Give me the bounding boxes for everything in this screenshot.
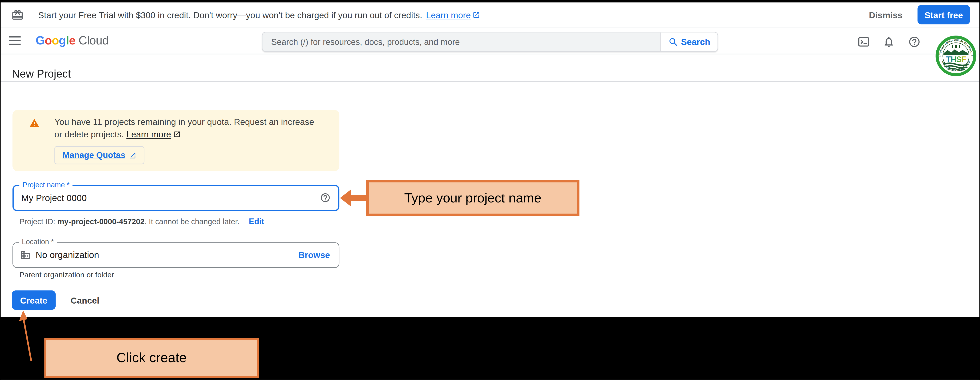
page-title: New Project [12,68,71,81]
logo-letter: o [52,34,59,47]
hamburger-menu-button[interactable] [9,36,21,45]
browse-button[interactable]: Browse [298,250,330,260]
cloud-shell-button[interactable] [857,36,870,49]
badge-mini-icons [952,45,953,48]
manage-quotas-button[interactable]: Manage Quotas [54,146,144,165]
location-label: Location * [19,238,57,245]
project-name-field: Project name * [13,185,339,211]
search-button[interactable]: Search [660,32,718,51]
quota-learn-more-link[interactable]: Learn more [126,128,180,141]
callout-type-project-name-label: Type your project name [404,190,541,205]
help-button[interactable] [907,36,921,49]
screenshot-frame: Start your Free Trial with $300 in credi… [0,0,980,380]
quota-warning-card: You have 11 projects remaining in your q… [13,110,339,171]
title-row [0,55,980,82]
edit-project-id-button[interactable]: Edit [249,217,264,226]
search-icon [668,36,679,47]
help-icon [908,36,921,48]
logo-letter: e [69,34,75,47]
account-avatar-thsf-badge[interactable]: THAILAND HYDROMETEOROLOGICAL SEASONAL FO… [935,35,977,77]
quota-warning-line1: You have 11 projects remaining in your q… [54,117,314,127]
dismiss-button[interactable]: Dismiss [862,6,908,24]
terminal-icon [858,36,870,48]
project-id-prefix: Project ID: [19,217,57,226]
external-link-icon [173,130,181,138]
logo-cloud-label: Cloud [78,34,108,47]
external-link-icon [473,11,480,19]
hamburger-icon [9,36,21,38]
logo-letter: G [36,34,45,47]
project-id-note: . It cannot be changed later. [145,217,240,226]
callout-type-project-name: Type your project name [366,180,579,216]
bell-icon [883,36,895,48]
quota-warning-text: You have 11 projects remaining in your q… [54,116,314,141]
callout-click-create-label: Click create [116,350,187,366]
manage-quotas-label: Manage Quotas [62,150,126,160]
field-help-icon[interactable] [320,192,331,203]
callout-arrow-project-name [337,183,369,213]
organization-icon [20,250,31,260]
quota-warning-line2: or delete projects. [54,129,124,139]
banner-message: Start your Free Trial with $300 in credi… [38,10,422,20]
start-free-button[interactable]: Start free [918,5,970,24]
callout-click-create: Click create [45,338,259,378]
warning-icon [29,118,39,128]
search-button-label: Search [681,37,710,47]
location-value: No organization [36,250,99,260]
search-bar: Search [262,32,718,52]
notifications-button[interactable] [882,36,896,49]
banner-learn-more-label: Learn more [426,10,471,20]
gift-icon [11,8,24,21]
banner-learn-more-link[interactable]: Learn more [426,10,480,20]
cancel-button[interactable]: Cancel [65,290,104,310]
location-helper-text: Parent organization or folder [19,271,114,279]
top-black-bar [0,0,980,2]
create-button[interactable]: Create [12,290,56,310]
external-link-icon [129,152,136,159]
quota-learn-more-label: Learn more [126,128,171,141]
logo-letter: g [59,34,66,47]
free-trial-banner: Start your Free Trial with $300 in credi… [0,2,980,27]
google-cloud-logo: GoogleCloud [36,33,108,48]
logo-letter: o [45,34,52,47]
project-id-value: my-project-0000-457202 [57,217,145,226]
project-id-line: Project ID: my-project-0000-457202. It c… [19,217,264,226]
project-name-input[interactable] [20,187,307,209]
search-input[interactable] [262,32,660,51]
location-field: Location * No organization Browse [13,242,339,268]
